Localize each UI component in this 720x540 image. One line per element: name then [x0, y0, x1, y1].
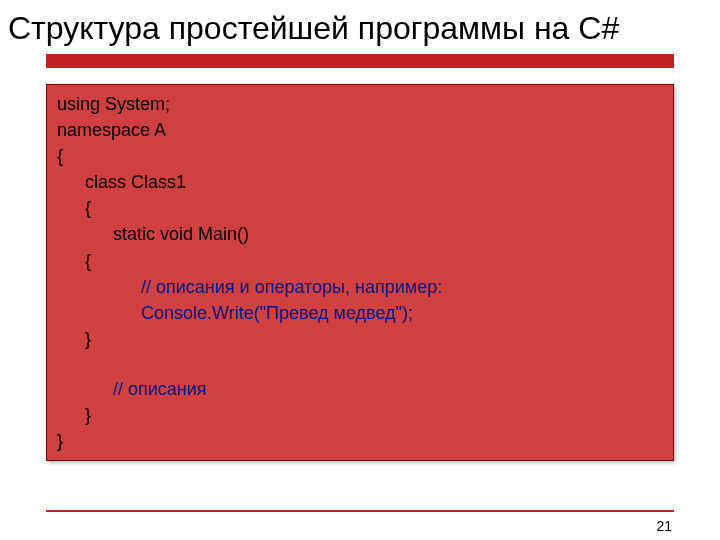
code-line: }: [57, 428, 663, 454]
accent-bar: [46, 54, 674, 68]
footer-divider: [46, 510, 674, 512]
code-comment: // описания и операторы, например:: [57, 274, 663, 300]
code-line: {: [57, 143, 663, 169]
code-line: {: [57, 195, 663, 221]
code-line: class Class1: [57, 169, 663, 195]
code-line: namespace A: [57, 117, 663, 143]
page-number: 21: [656, 518, 672, 534]
code-statement: Console.Write("Превед медвед");: [57, 300, 663, 326]
code-box: using System; namespace A { class Class1…: [46, 84, 674, 461]
code-line: }: [57, 402, 663, 428]
code-line: using System;: [57, 91, 663, 117]
code-line: }: [57, 326, 663, 352]
code-line: {: [57, 248, 663, 274]
blank-line: [57, 352, 663, 376]
code-comment: // описания: [57, 376, 663, 402]
code-line: static void Main(): [57, 221, 663, 247]
slide-title: Структура простейшей программы на C#: [0, 0, 720, 54]
